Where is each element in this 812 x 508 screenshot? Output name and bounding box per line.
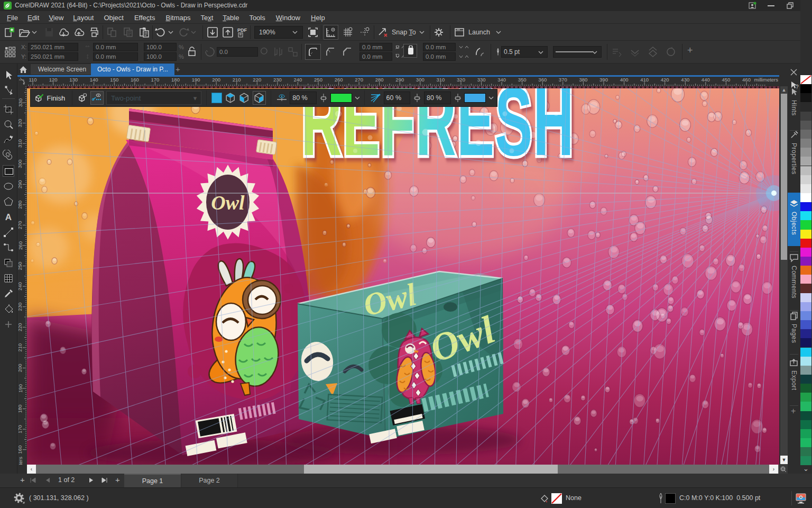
svg-text:420: 420 — [661, 77, 669, 83]
svg-text:260: 260 — [335, 77, 343, 83]
svg-text:120: 120 — [49, 77, 58, 83]
svg-text:280: 280 — [17, 201, 23, 209]
svg-text:310: 310 — [17, 139, 23, 148]
svg-text:230: 230 — [273, 77, 282, 83]
svg-text:360: 360 — [538, 77, 547, 83]
svg-text:130: 130 — [69, 77, 78, 83]
svg-text:310: 310 — [436, 77, 445, 83]
svg-text:240: 240 — [293, 77, 302, 83]
svg-text:290: 290 — [395, 77, 404, 83]
svg-text:250: 250 — [17, 262, 23, 270]
svg-text:180: 180 — [171, 77, 180, 83]
svg-text:320: 320 — [17, 119, 23, 128]
svg-text:180: 180 — [17, 405, 23, 413]
svg-text:110: 110 — [29, 77, 36, 83]
svg-text:millimeters: millimeters — [17, 457, 23, 465]
svg-text:210: 210 — [17, 343, 23, 352]
svg-text:350: 350 — [518, 77, 527, 83]
svg-text:A: A — [5, 212, 12, 222]
svg-text:250: 250 — [314, 77, 322, 83]
svg-text:140: 140 — [90, 77, 98, 83]
svg-text:410: 410 — [640, 77, 649, 83]
svg-text:PDF: PDF — [237, 28, 247, 33]
svg-text:200: 200 — [212, 77, 220, 83]
svg-text:300: 300 — [416, 77, 425, 83]
svg-text:460: 460 — [742, 77, 751, 83]
svg-text:160: 160 — [131, 77, 139, 83]
svg-text:340: 340 — [497, 77, 506, 83]
svg-text:200: 200 — [17, 364, 23, 372]
svg-text:370: 370 — [559, 77, 567, 83]
svg-text:440: 440 — [702, 77, 710, 83]
svg-text:220: 220 — [253, 77, 261, 83]
svg-text:380: 380 — [579, 77, 587, 83]
svg-text:330: 330 — [17, 98, 23, 107]
svg-text:450: 450 — [722, 77, 730, 83]
svg-text:270: 270 — [17, 221, 23, 229]
svg-text:270: 270 — [355, 77, 363, 83]
svg-text:430: 430 — [681, 77, 689, 83]
svg-text:170: 170 — [151, 77, 159, 83]
svg-text:millimeters: millimeters — [754, 77, 779, 83]
svg-text:290: 290 — [17, 180, 23, 188]
svg-text:190: 190 — [192, 77, 200, 83]
svg-text:330: 330 — [477, 77, 486, 83]
svg-text:240: 240 — [17, 282, 23, 291]
svg-text:190: 190 — [17, 384, 23, 393]
svg-text:220: 220 — [17, 323, 23, 331]
svg-text:230: 230 — [17, 303, 23, 311]
svg-text:260: 260 — [17, 241, 23, 250]
svg-text:170: 170 — [17, 425, 23, 433]
svg-text:390: 390 — [599, 77, 608, 83]
svg-text:150: 150 — [110, 77, 118, 83]
svg-text:210: 210 — [233, 77, 241, 83]
svg-text:160: 160 — [17, 446, 23, 454]
svg-text:300: 300 — [17, 160, 23, 168]
svg-text:400: 400 — [620, 77, 629, 83]
svg-text:320: 320 — [457, 77, 465, 83]
svg-text:280: 280 — [375, 77, 384, 83]
